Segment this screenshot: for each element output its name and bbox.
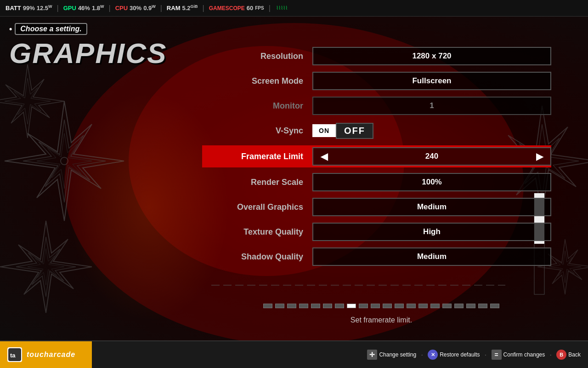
batt-label: BATT: [6, 5, 21, 12]
character-background-glow: [69, 92, 230, 322]
vsync-label: V-Sync: [211, 126, 312, 136]
settings-panel: Resolution 1280 x 720 Screen Mode Fullsc…: [211, 46, 551, 267]
dot-18: [478, 304, 487, 308]
ctrl-back-label: Back: [568, 351, 581, 358]
vsync-value[interactable]: ON OFF: [312, 121, 551, 140]
monitor-label: Monitor: [211, 101, 312, 111]
setting-row-monitor: Monitor 1: [211, 96, 551, 116]
framerate-right-arrow[interactable]: ▶: [536, 152, 543, 161]
vsync-off[interactable]: OFF: [336, 123, 373, 139]
vsync-toggle[interactable]: ON OFF: [312, 123, 373, 139]
dot-16: [454, 304, 464, 308]
sep1: |: [57, 4, 59, 12]
renderscale-text: 100%: [422, 178, 441, 187]
setting-row-resolution: Resolution 1280 x 720: [211, 46, 551, 66]
gamescope-info: GAMESCOPE 60FPS: [209, 5, 264, 12]
batt-watts: 12.5W: [37, 4, 52, 12]
dpad-icon: ✛: [367, 350, 377, 360]
renderscale-value[interactable]: 100%: [312, 173, 551, 191]
sep5: |: [269, 4, 271, 12]
renderscale-label: Render Scale: [211, 178, 312, 187]
monitor-value[interactable]: 1: [312, 97, 551, 115]
gpu-watts: 1.8W: [92, 4, 104, 12]
dot-7: [347, 304, 356, 308]
dot-0: [263, 304, 272, 308]
gpu-label: GPU: [63, 5, 76, 12]
dot-2: [287, 304, 296, 308]
setting-row-framerate: Framerate Limit ◀ 240 ▶: [202, 145, 551, 167]
ctrl-restore: ✕ Restore defaults: [428, 350, 480, 360]
setting-row-vsync: V-Sync ON OFF: [211, 121, 551, 141]
resolution-value[interactable]: 1280 x 720: [312, 47, 551, 65]
dot-8: [359, 304, 368, 308]
sep3: |: [160, 4, 162, 12]
svg-text:ta: ta: [10, 352, 16, 359]
logo-icon: ta: [7, 347, 22, 362]
batt-pct: 99%: [23, 5, 35, 12]
ctrl-confirm: = Confirm changes: [492, 350, 545, 360]
cpu-info: CPU 30% 0.9W: [115, 4, 156, 12]
setting-row-overall: Overall Graphics Medium: [211, 197, 551, 217]
gamescope-label: GAMESCOPE: [209, 5, 245, 12]
ctrl-change: ✛ Change setting: [367, 350, 416, 360]
bottom-bar: ta toucharcade ✛ Change setting · ✕ Rest…: [0, 340, 588, 368]
ram-label: RAM: [167, 5, 181, 12]
dot-14: [430, 304, 440, 308]
screenmode-text: Fullscreen: [412, 76, 451, 86]
overall-text: Medium: [417, 202, 447, 212]
texture-value[interactable]: High: [312, 223, 551, 241]
dot-5: [323, 304, 332, 308]
ctrl-confirm-label: Confirm changes: [503, 351, 545, 358]
screenmode-value[interactable]: Fullscreen: [312, 72, 551, 90]
x-icon: ✕: [428, 350, 438, 360]
dots-row: [211, 304, 551, 308]
overall-label: Overall Graphics: [211, 202, 312, 212]
setting-row-renderscale: Render Scale 100%: [211, 172, 551, 192]
ram-val: 5.2GiB: [182, 4, 198, 12]
dot-19: [490, 304, 499, 308]
cpu-label: CPU: [115, 5, 128, 12]
logo-area: ta toucharcade: [0, 341, 92, 368]
screenmode-label: Screen Mode: [211, 76, 312, 86]
dot-17: [466, 304, 475, 308]
vsync-on[interactable]: ON: [312, 124, 336, 137]
fps-graph: ⌇⌇⌇⌇⌇: [276, 5, 288, 11]
ctrl-back: B Back: [556, 350, 581, 360]
dot-11: [395, 304, 404, 308]
cpu-watts: 0.9W: [143, 4, 156, 12]
breadcrumb-text: Choose a setting.: [15, 23, 87, 35]
ctrl-change-label: Change setting: [379, 351, 416, 358]
ctrl-sep3: ·: [549, 350, 552, 360]
breadcrumb-bullet: •: [9, 24, 12, 34]
dot-10: [383, 304, 392, 308]
texture-text: High: [423, 227, 441, 236]
page-title: GRAPHICS: [9, 37, 167, 69]
resolution-text: 1280 x 720: [412, 52, 451, 61]
sep4: |: [203, 4, 204, 12]
fps-val: 60: [247, 5, 253, 12]
setting-row-shadow: Shadow Quality Medium: [211, 247, 551, 267]
framerate-left-arrow[interactable]: ◀: [321, 152, 328, 161]
dot-13: [418, 304, 428, 308]
dot-4: [311, 304, 320, 308]
ctrl-restore-label: Restore defaults: [440, 351, 480, 358]
framerate-value[interactable]: ◀ 240 ▶: [312, 147, 551, 166]
hint-text: Set framerate limit.: [211, 316, 551, 324]
ram-info: RAM 5.2GiB: [167, 4, 198, 12]
ctrl-sep1: ·: [421, 350, 423, 360]
b-icon: B: [556, 350, 566, 360]
dot-1: [275, 304, 284, 308]
shadow-text: Medium: [417, 252, 447, 261]
dot-6: [335, 304, 344, 308]
shadow-value[interactable]: Medium: [312, 247, 551, 266]
setting-row-texture: Texture Quality High: [211, 222, 551, 242]
framerate-label: Framerate Limit: [211, 152, 312, 161]
dot-3: [299, 304, 308, 308]
setting-row-screenmode: Screen Mode Fullscreen: [211, 71, 551, 91]
ctrl-sep2: ·: [485, 350, 487, 360]
overall-value[interactable]: Medium: [312, 198, 551, 216]
hud-bar: BATT 99% 12.5W | GPU 46% 1.8W | CPU 30% …: [0, 0, 588, 17]
resolution-label: Resolution: [211, 52, 312, 61]
breadcrumb: • Choose a setting.: [9, 23, 87, 35]
framerate-text: 240: [332, 152, 531, 161]
